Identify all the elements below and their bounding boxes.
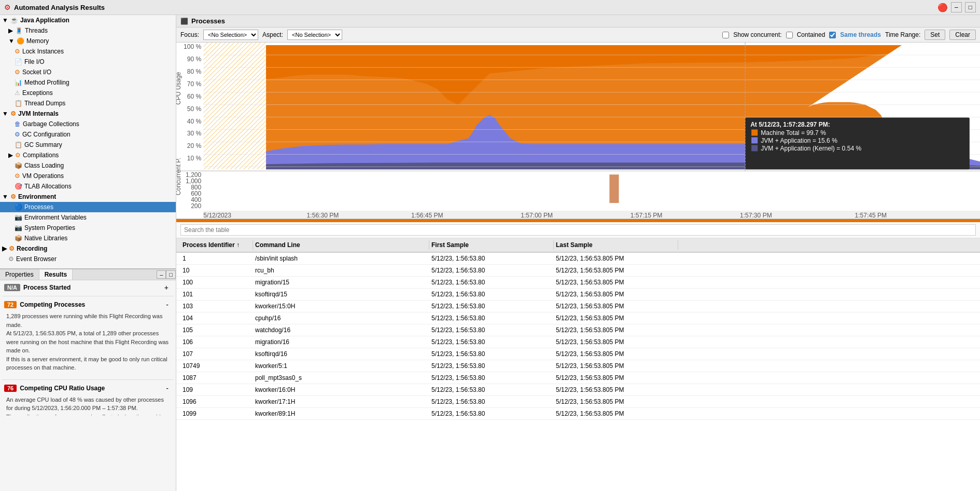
table-row[interactable]: 107 ksoftirqd/16 5/12/23, 1:56:53.80 5/1… bbox=[176, 348, 980, 360]
cell-pid: 10749 bbox=[180, 361, 253, 371]
table-row[interactable]: 10 rcu_bh 5/12/23, 1:56:53.80 5/12/23, 1… bbox=[176, 265, 980, 277]
gc-label: Garbage Collections bbox=[23, 120, 79, 128]
table-row[interactable]: 100 migration/15 5/12/23, 1:56:53.80 5/1… bbox=[176, 277, 980, 289]
sidebar-item-lock-instances[interactable]: ⚙ Lock Instances bbox=[0, 46, 176, 57]
svg-text:80 %: 80 % bbox=[187, 68, 202, 75]
svg-text:Concurrent P.: Concurrent P. bbox=[176, 158, 182, 195]
sidebar-item-sys-props[interactable]: 📷 System Properties bbox=[0, 223, 176, 233]
rec-expand-icon: ▶ bbox=[2, 245, 7, 252]
col-last[interactable]: Last Sample bbox=[554, 240, 678, 250]
threads-label: Threads bbox=[25, 27, 48, 34]
svg-text:JVM + Application = 15.6 %: JVM + Application = 15.6 % bbox=[761, 137, 837, 144]
properties-tab[interactable]: Properties bbox=[0, 269, 39, 280]
expand-icon: ▼ bbox=[8, 37, 15, 45]
col-first[interactable]: First Sample bbox=[429, 240, 554, 250]
same-threads-checkbox[interactable] bbox=[829, 32, 836, 38]
sidebar: ▼ ☕ Java Application ▶ 🧵 Threads ▼ 🟠 Mem… bbox=[0, 15, 176, 491]
table-row[interactable]: 1087 poll_mpt3sas0_s 5/12/23, 1:56:53.80… bbox=[176, 372, 980, 384]
native-label: Native Libraries bbox=[24, 235, 67, 242]
sidebar-group-java[interactable]: ▼ ☕ Java Application bbox=[0, 15, 176, 25]
sidebar-item-gc-config[interactable]: ⚙ GC Configuration bbox=[0, 129, 176, 140]
jvm-label: JVM Internals bbox=[18, 110, 59, 117]
sidebar-item-gc-summary[interactable]: 📋 GC Summary bbox=[0, 140, 176, 150]
finding-header-1[interactable]: N/A Process Started + bbox=[2, 282, 174, 293]
table-row[interactable]: 104 cpuhp/16 5/12/23, 1:56:53.80 5/12/23… bbox=[176, 312, 980, 324]
severity-76: 76 bbox=[4, 385, 17, 392]
table-row[interactable]: 1099 kworker/89:1H 5/12/23, 1:56:53.80 5… bbox=[176, 408, 980, 420]
sidebar-item-method-profiling[interactable]: 📊 Method Profiling bbox=[0, 77, 176, 88]
sidebar-item-vm-ops[interactable]: ⚙ VM Operations bbox=[0, 171, 176, 181]
expand-btn-1[interactable]: + bbox=[161, 283, 172, 292]
sidebar-item-compilations[interactable]: ▶ ⚙ Compilations bbox=[0, 150, 176, 160]
finding-header-2[interactable]: 72 Competing Processes - bbox=[2, 299, 174, 310]
jvm-expand-icon: ▼ bbox=[2, 110, 8, 117]
focus-select[interactable]: <No Selection> bbox=[203, 30, 258, 40]
envvar-icon: 📷 bbox=[15, 214, 22, 221]
sidebar-item-thread-dumps[interactable]: 📋 Thread Dumps bbox=[0, 98, 176, 108]
env-icon: ⚙ bbox=[10, 193, 16, 200]
sidebar-group-env[interactable]: ▼ ⚙ Environment bbox=[0, 192, 176, 202]
svg-text:10 %: 10 % bbox=[187, 155, 202, 162]
sidebar-item-event-browser[interactable]: ⚙ Event Browser bbox=[0, 254, 176, 264]
sidebar-item-tlab[interactable]: 🎯 TLAB Allocations bbox=[0, 181, 176, 192]
search-input[interactable] bbox=[180, 224, 976, 236]
results-tab[interactable]: Results bbox=[39, 269, 73, 280]
td-icon: 📋 bbox=[15, 100, 22, 107]
sidebar-item-native-libs[interactable]: 📦 Native Libraries bbox=[0, 233, 176, 243]
cell-first: 5/12/23, 1:56:53.80 bbox=[429, 302, 554, 311]
set-button[interactable]: Set bbox=[925, 30, 945, 40]
table-row[interactable]: 1 /sbin/init splash 5/12/23, 1:56:53.80 … bbox=[176, 253, 980, 265]
sidebar-group-recording[interactable]: ▶ ⚙ Recording bbox=[0, 243, 176, 254]
window-minimize[interactable]: – bbox=[951, 2, 962, 12]
table-search-bar bbox=[176, 222, 980, 238]
svg-text:1:57:30 PM: 1:57:30 PM bbox=[740, 212, 772, 219]
clear-button[interactable]: Clear bbox=[949, 30, 976, 40]
contained-checkbox[interactable] bbox=[786, 32, 793, 38]
minimize-panel-btn[interactable]: – bbox=[157, 270, 166, 279]
cell-pid: 109 bbox=[180, 385, 253, 394]
sidebar-group-jvm[interactable]: ▼ ⚙ JVM Internals bbox=[0, 108, 176, 119]
sidebar-item-file-io[interactable]: 📄 File I/O bbox=[0, 57, 176, 67]
col-cmd[interactable]: Command Line bbox=[253, 240, 429, 250]
sidebar-item-threads[interactable]: ▶ 🧵 Threads bbox=[0, 25, 176, 36]
sidebar-item-exceptions[interactable]: ⚠ Exceptions bbox=[0, 88, 176, 98]
svg-text:1:56:45 PM: 1:56:45 PM bbox=[411, 212, 443, 219]
finding-header-3[interactable]: 76 Competing CPU Ratio Usage - bbox=[2, 383, 174, 393]
table-row[interactable]: 103 kworker/15:0H 5/12/23, 1:56:53.80 5/… bbox=[176, 301, 980, 312]
col-pid[interactable]: Process Identifier ↑ bbox=[180, 240, 253, 250]
table-row[interactable]: 10749 kworker/5:1 5/12/23, 1:56:53.80 5/… bbox=[176, 360, 980, 372]
aspect-select[interactable]: <No Selection> bbox=[287, 30, 342, 40]
cell-last: 5/12/23, 1:56:53.805 PM bbox=[554, 349, 678, 359]
table-row[interactable]: 1096 kworker/17:1H 5/12/23, 1:56:53.80 5… bbox=[176, 396, 980, 408]
expand-btn-3[interactable]: - bbox=[163, 384, 172, 392]
panel-title: Processes bbox=[191, 17, 225, 25]
maximize-panel-btn[interactable]: □ bbox=[166, 270, 176, 279]
bottom-findings: N/A Process Started + 72 Competing Proce… bbox=[0, 280, 176, 415]
table-row[interactable]: 101 ksoftirqd/15 5/12/23, 1:56:53.80 5/1… bbox=[176, 289, 980, 301]
table-row[interactable]: 109 kworker/16:0H 5/12/23, 1:56:53.80 5/… bbox=[176, 384, 980, 396]
eb-icon: ⚙ bbox=[8, 255, 14, 263]
chart-area: 100 % 90 % 80 % 70 % 60 % 50 % 40 % 30 %… bbox=[176, 43, 980, 219]
sidebar-item-env-vars[interactable]: 📷 Environment Variables bbox=[0, 212, 176, 223]
sidebar-item-gc[interactable]: 🗑 Garbage Collections bbox=[0, 119, 176, 129]
severity-72: 72 bbox=[4, 301, 17, 308]
svg-text:CPU Usage: CPU Usage bbox=[176, 72, 182, 104]
table-row[interactable]: 106 migration/16 5/12/23, 1:56:53.80 5/1… bbox=[176, 336, 980, 348]
window-maximize[interactable]: □ bbox=[965, 2, 976, 12]
exc-label: Exceptions bbox=[22, 89, 53, 97]
finding-process-started: N/A Process Started + bbox=[2, 282, 174, 296]
sidebar-item-class-loading[interactable]: 📦 Class Loading bbox=[0, 160, 176, 171]
table-row[interactable]: 105 watchdog/16 5/12/23, 1:56:53.80 5/12… bbox=[176, 324, 980, 336]
cell-first: 5/12/23, 1:56:53.80 bbox=[429, 361, 554, 371]
chart-svg: 100 % 90 % 80 % 70 % 60 % 50 % 40 % 30 %… bbox=[176, 43, 980, 219]
gccfg-icon: ⚙ bbox=[15, 131, 20, 138]
expand-btn-2[interactable]: - bbox=[163, 301, 172, 309]
svg-rect-30 bbox=[203, 173, 980, 209]
sidebar-item-socket-io[interactable]: ⚙ Socket I/O bbox=[0, 67, 176, 77]
show-concurrent-checkbox[interactable] bbox=[722, 32, 729, 38]
sidebar-item-memory[interactable]: ▼ 🟠 Memory bbox=[0, 36, 176, 46]
cell-first: 5/12/23, 1:56:53.80 bbox=[429, 349, 554, 359]
sidebar-item-processes[interactable]: 🔵 Processes bbox=[0, 202, 176, 212]
cell-first: 5/12/23, 1:56:53.80 bbox=[429, 290, 554, 299]
cell-first: 5/12/23, 1:56:53.80 bbox=[429, 278, 554, 287]
